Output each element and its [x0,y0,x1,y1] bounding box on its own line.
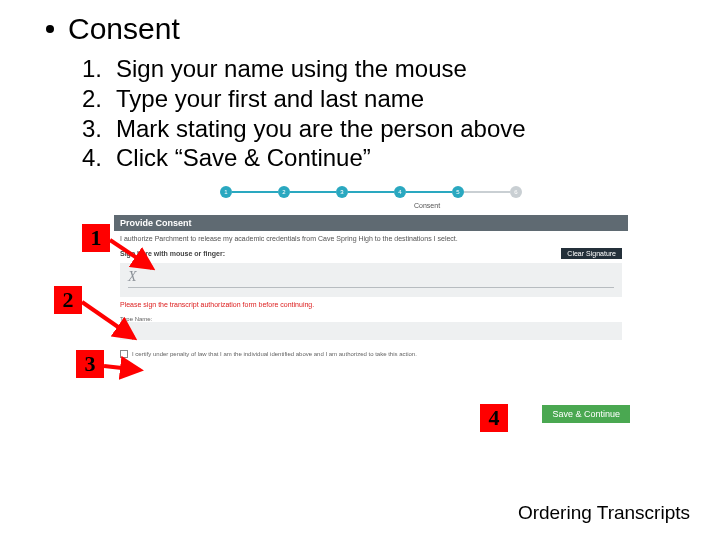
save-continue-button[interactable]: Save & Continue [542,405,630,423]
step-label: Consent [414,202,628,209]
signature-x-mark: X [128,269,614,285]
arrow-icon [78,296,144,346]
panel-subtext: I authorize Parchment to release my acad… [114,231,628,248]
list-num: 2. [78,84,116,114]
list-text: Mark stating you are the person above [116,114,526,144]
step-dot: 3 [336,186,348,198]
list-text: Type your first and last name [116,84,424,114]
step-dot: 2 [278,186,290,198]
clear-signature-button[interactable]: Clear Signature [561,248,622,259]
bullet-icon [46,25,54,33]
list-text: Sign your name using the mouse [116,54,467,84]
step-dot: 1 [220,186,232,198]
list-text: Click “Save & Continue” [116,143,371,173]
list-num: 1. [78,54,116,84]
callout-4: 4 [480,404,508,432]
signature-warning: Please sign the transcript authorization… [114,297,628,314]
step-dot: 6 [510,186,522,198]
callout-3: 3 [76,350,104,378]
consent-form-screenshot: 1 2 3 4 5 6 Consent Provide Consent I au… [114,184,628,409]
arrow-icon [106,234,162,274]
svg-line-0 [110,240,152,268]
type-name-input[interactable] [120,322,622,340]
panel-heading: Provide Consent [114,215,628,231]
type-name-label: Type Name: [114,314,628,322]
certify-text: I certify under penalty of law that I am… [132,351,417,357]
step-dot: 5 [452,186,464,198]
slide-footer: Ordering Transcripts [518,502,690,524]
progress-stepper: 1 2 3 4 5 6 [114,186,628,198]
slide-title: Consent [68,12,180,45]
list-num: 4. [78,143,116,173]
step-dot: 4 [394,186,406,198]
signature-pad[interactable]: X [120,263,622,297]
instruction-list: 1.Sign your name using the mouse 2.Type … [78,54,526,173]
svg-line-1 [82,302,134,338]
list-num: 3. [78,114,116,144]
arrow-icon [102,356,148,380]
svg-line-2 [104,366,140,370]
